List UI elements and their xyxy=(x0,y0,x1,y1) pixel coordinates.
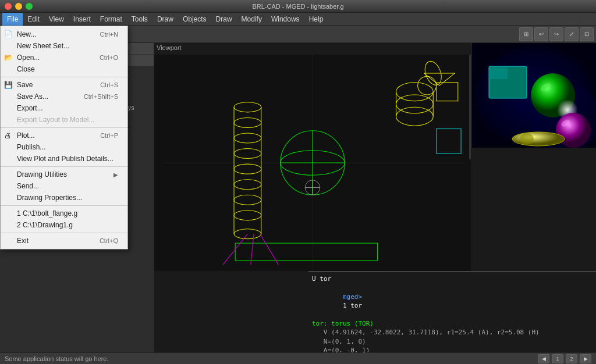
svg-rect-42 xyxy=(490,67,508,79)
menu-save-label: Save xyxy=(17,81,33,89)
menu-save-as[interactable]: Save As... Ctrl+Shift+S xyxy=(1,91,127,102)
menu-plot-label: Plot... xyxy=(17,131,35,140)
menu-new-sheet-set[interactable]: New Sheet Set... xyxy=(1,40,127,52)
save-icon: 💾 xyxy=(4,81,13,89)
svg-point-50 xyxy=(520,133,534,145)
menu-open-label: Open... xyxy=(17,53,40,62)
drawing-utilities-arrow: ▶ xyxy=(113,172,118,178)
main-viewport[interactable] xyxy=(154,55,471,271)
menu-modify[interactable]: Modify xyxy=(237,13,267,26)
console-line-4: V (4.91624, -32.8022, 31.7118), r1=25.4 … xyxy=(312,328,593,337)
console-prompt-1: mged> xyxy=(343,293,366,301)
print-icon: 🖨 xyxy=(4,131,11,140)
close-button[interactable] xyxy=(5,3,12,10)
new-icon: 📄 xyxy=(4,30,13,38)
menu-view-plot-details[interactable]: View Plot and Publish Details... xyxy=(1,153,127,165)
console-line-1: U tor xyxy=(312,274,593,283)
menu-bar: File Edit View Insert Format Tools Draw … xyxy=(0,13,596,26)
menu-exit-shortcut: Ctrl+Q xyxy=(100,237,118,244)
menu-view-plot-details-label: View Plot and Publish Details... xyxy=(17,155,113,163)
menu-help[interactable]: Help xyxy=(304,13,328,26)
menu-exit[interactable]: Exit Ctrl+Q xyxy=(1,235,127,247)
toolbar-btn-r1[interactable]: ⊞ xyxy=(519,27,533,41)
menu-objects[interactable]: Objects xyxy=(178,13,211,26)
menu-drawing-properties-label: Drawing Properties... xyxy=(17,194,82,202)
menu-new-label: New... xyxy=(17,30,36,38)
menu-view[interactable]: View xyxy=(44,13,69,26)
window-title: BRL-CAD - MGED - lightsaber.g xyxy=(252,3,343,10)
menu-send-label: Send... xyxy=(17,182,39,190)
menu-edit[interactable]: Edit xyxy=(23,13,44,26)
file-menu-dropdown: 📄 New... Ctrl+N New Sheet Set... 📂 Open.… xyxy=(0,26,128,249)
menu-export-layout-label: Export Layout to Model... xyxy=(17,116,94,124)
menu-sep4 xyxy=(1,205,127,206)
menu-open-shortcut: Ctrl+O xyxy=(100,54,118,61)
menu-publish[interactable]: Publish... xyxy=(1,141,127,153)
menu-file[interactable]: File xyxy=(2,13,23,26)
menu-new[interactable]: 📄 New... Ctrl+N xyxy=(1,28,127,40)
status-bar: Some application status will go here. ◀ … xyxy=(0,352,596,364)
menu-recent-1-label: 1 C:\1\bolt_flange.g xyxy=(17,209,77,217)
toolbar-btn-r2[interactable]: ↩ xyxy=(534,27,548,41)
menu-format[interactable]: Format xyxy=(95,13,127,26)
status-text: Some application status will go here. xyxy=(5,355,109,362)
menu-recent-1[interactable]: 1 C:\1\bolt_flange.g xyxy=(1,208,127,219)
status-btn-2[interactable]: 1 xyxy=(552,354,563,363)
menu-tools[interactable]: Tools xyxy=(127,13,152,26)
menu-windows[interactable]: Windows xyxy=(267,13,304,26)
viewport-resize-handle[interactable] xyxy=(469,55,471,159)
menu-drawing-utilities-label: Drawing Utilities xyxy=(17,170,67,179)
menu-save-shortcut: Ctrl+S xyxy=(100,81,118,88)
status-right: ◀ 1 2 ▶ xyxy=(538,354,591,363)
menu-sep1 xyxy=(1,77,127,77)
menu-plot-shortcut: Ctrl+P xyxy=(100,132,118,139)
menu-save-as-label: Save As... xyxy=(17,92,48,101)
console-line-3: tor: torus (TOR) xyxy=(312,319,593,328)
menu-save-as-shortcut: Ctrl+Shift+S xyxy=(84,93,118,100)
toolbar-btn-r4[interactable]: ⤢ xyxy=(565,27,579,41)
file-dropdown-menu: 📄 New... Ctrl+N New Sheet Set... 📂 Open.… xyxy=(0,26,128,249)
menu-open[interactable]: 📂 Open... Ctrl+O xyxy=(1,52,127,63)
status-btn-3[interactable]: 2 xyxy=(566,354,577,363)
menu-export-label: Export... xyxy=(17,104,43,112)
menu-insert[interactable]: Insert xyxy=(69,13,95,26)
console-cmd-1: 1 tor xyxy=(343,302,362,309)
console-area[interactable]: U tor mged> 1 tor tor: torus (TOR) V (4.… xyxy=(308,271,596,352)
maximize-button[interactable] xyxy=(26,3,33,10)
menu-save[interactable]: 💾 Save Ctrl+S xyxy=(1,79,127,91)
viewport-label: Viewport xyxy=(157,44,182,51)
menu-recent-2-label: 2 C:\1\Drawing1.g xyxy=(17,221,73,229)
window-controls[interactable] xyxy=(5,3,33,10)
menu-close-label: Close xyxy=(17,65,35,73)
menu-export[interactable]: Export... xyxy=(1,102,127,114)
menu-sep5 xyxy=(1,233,127,233)
toolbar-btn-r5[interactable]: ⊡ xyxy=(580,27,594,41)
menu-sep2 xyxy=(1,127,127,128)
menu-send[interactable]: Send... xyxy=(1,180,127,192)
menu-draw1[interactable]: Draw xyxy=(152,13,178,26)
console-line-2: mged> 1 tor xyxy=(312,283,593,319)
menu-publish-label: Publish... xyxy=(17,143,45,151)
title-bar: BRL-CAD - MGED - lightsaber.g xyxy=(0,0,596,13)
menu-recent-2[interactable]: 2 C:\1\Drawing1.g xyxy=(1,219,127,231)
status-btn-1[interactable]: ◀ xyxy=(538,354,549,363)
minimize-button[interactable] xyxy=(15,3,22,10)
console-line-6: A=(0, -0, 1) xyxy=(312,346,593,352)
menu-sep3 xyxy=(1,166,127,167)
menu-new-sheet-set-label: New Sheet Set... xyxy=(17,42,69,50)
menu-draw2[interactable]: Draw xyxy=(211,13,237,26)
rendered-subview xyxy=(471,43,596,148)
status-btn-4[interactable]: ▶ xyxy=(580,354,591,363)
toolbar-btn-r3[interactable]: ↪ xyxy=(549,27,563,41)
menu-export-layout: Export Layout to Model... xyxy=(1,114,127,126)
menu-close[interactable]: Close xyxy=(1,63,127,75)
menu-exit-label: Exit xyxy=(17,237,29,245)
console-line-5: N=(0, 1, 0) xyxy=(312,337,593,346)
menu-new-shortcut: Ctrl+N xyxy=(100,31,118,38)
open-icon: 📂 xyxy=(4,53,13,62)
viewport-area: Viewport xyxy=(154,43,596,352)
menu-plot[interactable]: 🖨 Plot... Ctrl+P xyxy=(1,130,127,141)
menu-drawing-properties[interactable]: Drawing Properties... xyxy=(1,192,127,204)
menu-drawing-utilities[interactable]: Drawing Utilities ▶ xyxy=(1,169,127,180)
